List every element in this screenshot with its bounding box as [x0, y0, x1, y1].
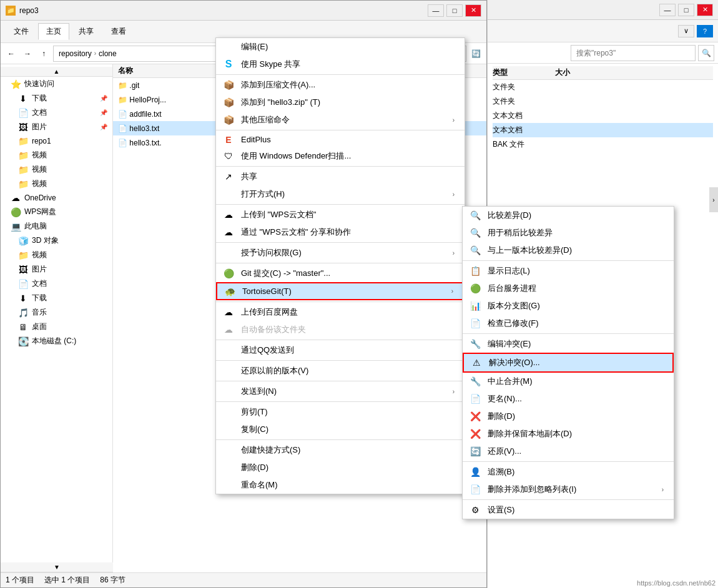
menu-item-deleteignore[interactable]: 📄 删除并添加到忽略列表(I) ›	[463, 481, 674, 498]
menu-item-checkmod[interactable]: 📄 检查已修改(F)	[463, 315, 674, 332]
right-search-bar: 🔍	[488, 42, 718, 64]
menu-item-copy[interactable]: 复制(C)	[216, 421, 465, 438]
menu-item-wpsuploads[interactable]: ☁ 上传到 "WPS云文档"	[216, 206, 465, 223]
sidebar-item-localc[interactable]: 💽 本地磁盘 (C:)	[1, 334, 112, 348]
desktop-icon: 🖥	[18, 322, 28, 332]
menu-label-settings: 设置(S)	[488, 504, 514, 516]
menu-item-openwith[interactable]: 打开方式(H) ›	[216, 185, 465, 203]
menu-item-morezip[interactable]: 📦 其他压缩命令 ›	[216, 111, 465, 129]
menu-item-wpsshare[interactable]: ☁ 通过 "WPS云文档" 分享和协作	[216, 223, 465, 241]
tab-share[interactable]: 共享	[71, 23, 102, 40]
sidebar-item-pics1[interactable]: 🖼 图片 📌	[1, 120, 112, 134]
maximize-button[interactable]: □	[446, 4, 463, 17]
tab-home[interactable]: 主页	[38, 23, 69, 40]
right-edge-tab[interactable]: ›	[709, 187, 718, 212]
menu-item-diffprev[interactable]: 🔍 与上一版本比较差异(D)	[463, 242, 674, 259]
sidebar-item-pics2[interactable]: 🖼 图片	[1, 262, 112, 277]
menu-item-abortmerge[interactable]: 🔧 中止合并(M)	[463, 373, 674, 390]
right-minimize[interactable]: —	[659, 4, 676, 16]
sidebar-item-video2[interactable]: 📁 视频	[1, 162, 112, 177]
sidebar-scroll-up[interactable]: ▲	[1, 67, 112, 77]
separator	[216, 263, 465, 263]
menu-item-sendqq[interactable]: 通过QQ发送到	[216, 341, 465, 359]
sidebar-item-3d[interactable]: 🧊 3D 对象	[1, 233, 112, 248]
menu-label-revgraph: 版本分支图(G)	[488, 300, 540, 311]
menu-label-delete: 删除(D)	[241, 462, 268, 473]
menu-item-sendto[interactable]: 发送到(N) ›	[216, 383, 465, 400]
menu-item-baiduupload[interactable]: ☁ 上传到百度网盘	[216, 303, 465, 321]
tab-view[interactable]: 查看	[103, 23, 134, 40]
menu-label-showlog: 显示日志(L)	[488, 265, 530, 277]
menu-item-tortoisegit[interactable]: 🐢 TortoiseGit(T) ›	[216, 282, 465, 300]
menu-item-skype[interactable]: S 使用 Skype 共享	[216, 56, 465, 73]
tab-file[interactable]: 文件	[6, 23, 37, 40]
sidebar-item-quickaccess[interactable]: ⭐ 快速访问	[1, 77, 112, 91]
menu-item-defender[interactable]: 🛡 使用 Windows Defender扫描...	[216, 147, 465, 165]
menu-item-cut[interactable]: 剪切(T)	[216, 403, 465, 421]
sidebar-scroll-down[interactable]: ▼	[1, 562, 113, 572]
tortoisegit-icon: 🐢	[224, 285, 236, 298]
revert-icon: 🔄	[469, 445, 481, 458]
search-button[interactable]: 🔍	[698, 45, 714, 61]
menu-item-diffmark[interactable]: 🔍 用于稍后比较差异	[463, 224, 674, 242]
menu-item-showlog[interactable]: 📋 显示日志(L)	[463, 262, 674, 280]
menu-item-editplus[interactable]: E EditPlus	[216, 132, 465, 147]
sidebar-item-docs2[interactable]: 📄 文档	[1, 277, 112, 291]
sidebar-item-wps[interactable]: 🟢 WPS网盘	[1, 205, 112, 219]
menu-item-resolveconflict[interactable]: ⚠ 解决冲突(O)...	[463, 353, 674, 373]
right-file-row: BAK 文件	[493, 137, 713, 152]
menu-item-settings[interactable]: ⚙ 设置(S)	[463, 501, 674, 519]
sidebar-item-thispc[interactable]: 💻 此电脑	[1, 219, 112, 233]
menu-item-revgraph[interactable]: 📊 版本分支图(G)	[463, 297, 674, 315]
menu-item-addzip[interactable]: 📦 添加到压缩文件(A)...	[216, 76, 465, 94]
file-size: 86 字节	[100, 575, 125, 586]
menu-item-delete2[interactable]: ❌ 删除(D)	[463, 408, 674, 425]
minimize-button[interactable]: —	[428, 4, 444, 17]
sidebar-item-music[interactable]: 🎵 音乐	[1, 305, 112, 320]
right-close[interactable]: ✕	[697, 4, 713, 16]
menu-item-addhello3zip[interactable]: 📦 添加到 "hello3.zip" (T)	[216, 94, 465, 111]
refresh-button[interactable]: 🔄	[469, 47, 483, 61]
close-button[interactable]: ✕	[465, 4, 481, 17]
menu-item-blame[interactable]: 👤 追溯(B)	[463, 463, 674, 481]
menu-label-share: 共享	[241, 171, 257, 182]
sidebar-item-download1[interactable]: ⬇ 下载 📌	[1, 91, 112, 105]
title-controls: — □ ✕	[428, 4, 481, 17]
menu-label-rename2: 更名(N)...	[488, 393, 522, 404]
menu-item-grantaccess[interactable]: 授予访问权限(G) ›	[216, 244, 465, 262]
sidebar-item-video4[interactable]: 📁 视频	[1, 248, 112, 262]
menu-label-bgservice: 后台服务进程	[488, 283, 536, 294]
menu-item-bgservice[interactable]: 🟢 后台服务进程	[463, 280, 674, 297]
separator	[216, 130, 465, 130]
search-input[interactable]	[571, 45, 696, 61]
sidebar-item-desktop[interactable]: 🖥 桌面	[1, 320, 112, 334]
grantaccess-icon	[222, 247, 235, 259]
menu-item-rename[interactable]: 重命名(M)	[216, 476, 465, 494]
menu-item-edit[interactable]: 编辑(E)	[216, 38, 465, 56]
sidebar-item-onedrive[interactable]: ☁ OneDrive	[1, 191, 112, 205]
right-help[interactable]: ?	[697, 25, 713, 37]
menu-item-diff[interactable]: 🔍 比较差异(D)	[463, 207, 674, 224]
sidebar-item-video3[interactable]: 📁 视频	[1, 177, 112, 191]
menu-label-deleteignore: 删除并添加到忽略列表(I)	[488, 484, 576, 495]
sidebar-item-repo1[interactable]: 📁 repo1	[1, 134, 112, 148]
menu-item-gitcommit[interactable]: 🟢 Git 提交(C) -> "master"...	[216, 265, 465, 282]
sidebar-item-docs1[interactable]: 📄 文档 📌	[1, 105, 112, 120]
menu-item-delete[interactable]: 删除(D)	[216, 459, 465, 476]
sidebar-item-download2[interactable]: ⬇ 下载	[1, 291, 112, 305]
menu-item-restoreold[interactable]: 还原以前的版本(V)	[216, 362, 465, 380]
menu-item-editconflict[interactable]: 🔧 编辑冲突(E)	[463, 335, 674, 353]
right-maximize[interactable]: □	[678, 4, 694, 16]
menu-item-revert[interactable]: 🔄 还原(V)...	[463, 443, 674, 460]
menu-item-share[interactable]: ↗ 共享	[216, 168, 465, 185]
up-button[interactable]: ↑	[37, 47, 51, 61]
right-dropdown[interactable]: ∨	[678, 25, 694, 37]
back-button[interactable]: ←	[4, 47, 18, 61]
forward-button[interactable]: →	[21, 47, 34, 61]
separator	[463, 461, 674, 462]
sidebar-item-video1[interactable]: 📁 视频	[1, 148, 112, 162]
submenu-arrow6: ›	[662, 486, 664, 493]
menu-item-rename2[interactable]: 📄 更名(N)...	[463, 390, 674, 408]
menu-item-deletelocal[interactable]: ❌ 删除并保留本地副本(D)	[463, 425, 674, 443]
menu-item-shortcut[interactable]: 创建快捷方式(S)	[216, 441, 465, 459]
